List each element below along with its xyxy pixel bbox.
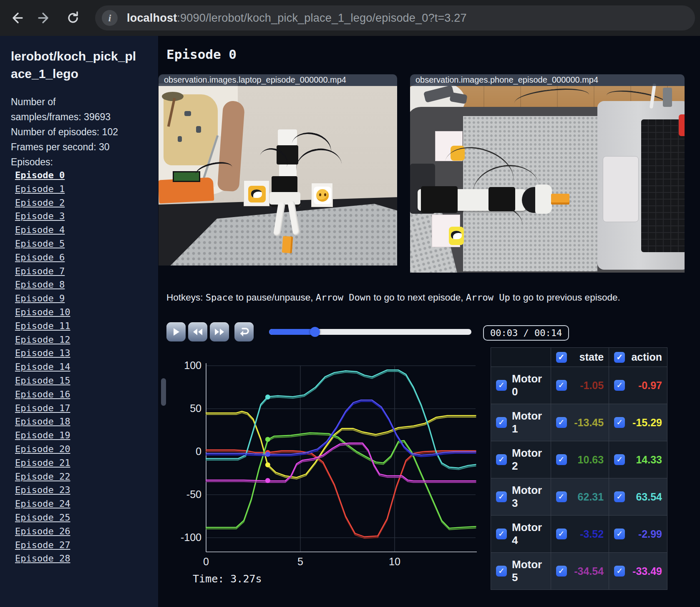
episode-link-episode-8[interactable]: Episode 8 [15,278,70,292]
motor-4-action-checkbox[interactable]: ✓ [614,529,625,539]
motor-0-action-value: -0.97 [630,379,662,392]
motor-0-state-checkbox[interactable]: ✓ [556,380,567,391]
motor-2-state-checkbox[interactable]: ✓ [556,454,567,465]
episode-link-episode-25[interactable]: Episode 25 [15,511,70,525]
motor-5-action-value: -33.49 [630,565,662,577]
episode-link-episode-21[interactable]: Episode 21 [15,456,70,470]
motor-chart[interactable]: 100500-50-1000510 [161,355,478,589]
print-mark [178,136,182,142]
video-frame-phone [410,86,685,273]
motor-5-checkbox[interactable]: ✓ [496,566,507,577]
episode-link-episode-13[interactable]: Episode 13 [15,346,70,360]
video-caption-laptop: observation.images.laptop_episode_000000… [159,74,397,86]
motor-row-4: ✓Motor 4✓-3.52✓-2.99 [491,516,667,553]
action-header-cell: ✓action [609,348,667,367]
motor-row-5: ✓Motor 5✓-34.54✓-33.49 [491,553,667,590]
rewind-button[interactable] [188,322,207,341]
dataset-stats: Number of samples/frames: 39693 Number o… [11,94,149,169]
motor-3-checkbox[interactable]: ✓ [496,491,507,502]
episode-link-episode-2[interactable]: Episode 2 [15,196,70,210]
video-player-phone[interactable]: observation.images.phone_episode_000000.… [410,74,685,273]
laptop-top-view [597,101,685,270]
motor-2-checkbox[interactable]: ✓ [496,454,507,465]
back-icon[interactable] [8,9,25,27]
motor-0-checkbox[interactable]: ✓ [496,380,507,391]
series-state-1 [206,413,476,479]
site-info-icon[interactable]: i [102,10,118,26]
episode-link-episode-19[interactable]: Episode 19 [15,429,70,443]
hotkey-key: Space [206,292,233,303]
motor-4-state-checkbox[interactable]: ✓ [556,529,567,539]
motor-2-label: Motor 2 [512,447,546,473]
episode-link-episode-4[interactable]: Episode 4 [15,223,70,237]
episode-link-episode-26[interactable]: Episode 26 [15,525,70,539]
seek-slider-thumb[interactable] [310,327,320,337]
panda-box [244,180,269,206]
episode-link-episode-18[interactable]: Episode 18 [15,415,70,429]
fast-forward-button[interactable] [210,322,229,341]
robot-motor [421,186,458,213]
current-time-dot-2 [265,437,270,442]
episode-link-episode-9[interactable]: Episode 9 [15,292,70,306]
y-tick-0: 0 [196,445,201,457]
episode-link-episode-23[interactable]: Episode 23 [15,483,70,497]
motor-0-label: Motor 0 [512,372,546,398]
usb-hub [663,88,672,107]
table-corner-cell [491,348,551,367]
episode-link-episode-20[interactable]: Episode 20 [15,443,70,456]
episode-link-episode-11[interactable]: Episode 11 [15,319,70,333]
episode-link-episode-15[interactable]: Episode 15 [15,374,70,388]
stat-samples-value: samples/frames: 39693 [11,109,149,124]
state-header-cell: ✓state [551,348,609,367]
hotkey-text: to pause/unpause, [233,292,316,303]
episode-link-episode-6[interactable]: Episode 6 [15,251,70,265]
motor-3-action-value: 63.54 [630,491,662,503]
motor-1-checkbox[interactable]: ✓ [496,417,507,428]
episode-link-episode-10[interactable]: Episode 10 [15,306,70,319]
reload-icon[interactable] [64,9,82,27]
motor-0-state-value: -1.05 [572,379,604,392]
motor-3-state-checkbox[interactable]: ✓ [556,491,567,502]
episode-link-episode-27[interactable]: Episode 27 [15,539,70,552]
motor-5-state-checkbox[interactable]: ✓ [556,566,567,577]
motor-0-action-checkbox[interactable]: ✓ [614,380,625,391]
series-action-4 [206,400,476,455]
motor-1-state-checkbox[interactable]: ✓ [556,417,567,428]
episode-link-episode-28[interactable]: Episode 28 [15,552,70,566]
url-text[interactable]: localhost:9090/lerobot/koch_pick_place_1… [127,12,467,25]
current-time-dot-5 [265,478,270,483]
motor-3-label: Motor 3 [512,484,546,510]
motor-3-action-checkbox[interactable]: ✓ [614,491,625,502]
x-tick-0: 0 [203,556,209,567]
motor-2-action-checkbox[interactable]: ✓ [614,454,625,465]
action-column-checkbox[interactable]: ✓ [614,352,625,363]
loop-button[interactable] [234,322,254,341]
episode-link-episode-17[interactable]: Episode 17 [15,402,70,415]
forward-icon[interactable] [36,9,53,27]
episode-link-episode-3[interactable]: Episode 3 [15,210,70,223]
seek-slider[interactable] [269,329,471,335]
play-button[interactable] [166,322,186,341]
state-column-checkbox[interactable]: ✓ [556,352,567,363]
video-player-laptop[interactable]: observation.images.laptop_episode_000000… [159,74,397,266]
episode-link-episode-0[interactable]: Episode 0 [15,169,70,182]
motor-5-action-checkbox[interactable]: ✓ [614,566,625,577]
episode-link-episode-22[interactable]: Episode 22 [15,470,70,484]
episode-link-episode-16[interactable]: Episode 16 [15,388,70,402]
robot-motor-lower [272,176,297,194]
motor-2-state-value: 10.63 [572,454,604,466]
episode-link-episode-24[interactable]: Episode 24 [15,497,70,511]
motor-4-checkbox[interactable]: ✓ [496,529,507,539]
hotkey-text: Hotkeys: [166,292,206,303]
episode-link-episode-7[interactable]: Episode 7 [15,265,70,278]
sidebar: lerobot/koch_pick_place_1_lego Number of… [0,36,158,607]
motor-1-state-value: -13.45 [572,417,604,429]
episode-link-episode-1[interactable]: Episode 1 [15,182,70,196]
episode-link-episode-14[interactable]: Episode 14 [15,360,70,374]
seek-slider-fill [269,329,315,335]
episode-link-episode-12[interactable]: Episode 12 [15,333,70,347]
episode-link-episode-5[interactable]: Episode 5 [15,237,70,251]
motor-1-action-checkbox[interactable]: ✓ [614,417,625,428]
motor-1-action-value: -15.29 [630,417,662,429]
address-bar[interactable]: i localhost:9090/lerobot/koch_pick_place… [95,5,695,30]
